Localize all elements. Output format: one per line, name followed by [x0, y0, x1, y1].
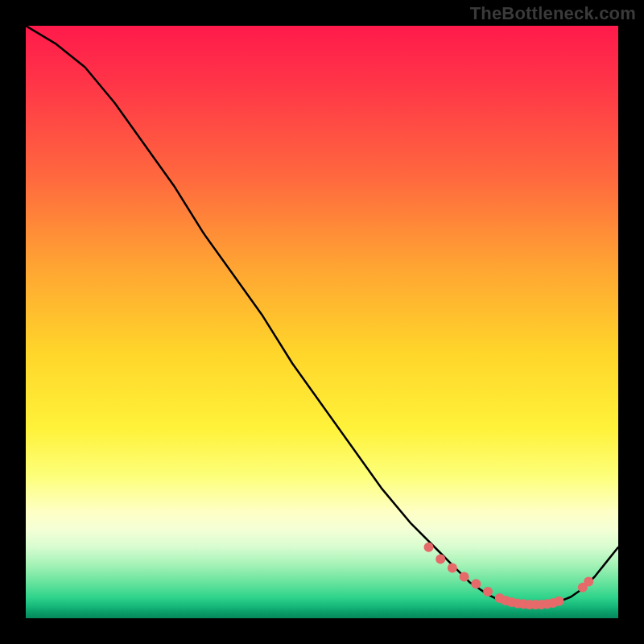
- marker-dot: [471, 579, 481, 588]
- marker-dot: [584, 576, 593, 586]
- plot-area: [26, 26, 618, 618]
- marker-dot: [424, 543, 434, 552]
- watermark-text: TheBottleneck.com: [470, 3, 636, 24]
- marker-dots: [424, 543, 594, 609]
- marker-dot: [448, 563, 457, 572]
- marker-dot: [460, 572, 469, 582]
- marker-dot: [436, 554, 445, 564]
- marker-dot: [554, 597, 564, 606]
- bottleneck-curve: [26, 26, 618, 605]
- chart-frame: TheBottleneck.com: [0, 0, 644, 644]
- marker-dot: [483, 587, 493, 597]
- curve-svg: [26, 26, 618, 618]
